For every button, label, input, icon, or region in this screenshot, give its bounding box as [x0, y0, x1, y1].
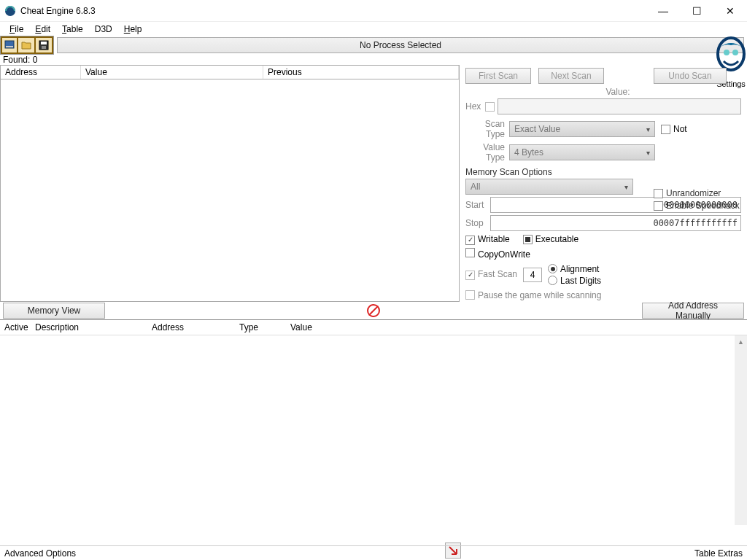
memory-view-button[interactable]: Memory View [3, 303, 105, 319]
cheat-table: Active Description Address Type Value ▲ [0, 319, 747, 531]
scan-type-label: Scan Type [465, 119, 509, 139]
menu-table[interactable]: Table [57, 23, 88, 35]
scan-panel: First Scan Next Scan Value: Hex Scan Typ… [460, 65, 747, 302]
open-process-button[interactable] [1, 36, 18, 54]
col-address[interactable]: Address [1, 66, 81, 79]
col-value[interactable]: Value [81, 66, 263, 79]
fast-scan-value[interactable]: 4 [523, 268, 542, 282]
menu-help[interactable]: Help [119, 23, 147, 35]
scan-type-select[interactable]: Exact Value [509, 121, 655, 137]
toolbar-row: No Process Selected Settings [0, 36, 747, 55]
unrandomizer-checkbox[interactable] [654, 189, 663, 198]
maximize-button[interactable]: ☐ [680, 0, 713, 22]
alignment-radio[interactable]: Alignment [548, 264, 601, 274]
minimize-button[interactable]: — [646, 0, 680, 22]
mid-toolbar: Memory View Add Address Manually [0, 302, 747, 319]
speedhack-checkbox[interactable] [654, 201, 663, 211]
menu-edit[interactable]: Edit [30, 23, 55, 35]
results-list: Address Value Previous [0, 65, 460, 302]
next-scan-button[interactable]: Next Scan [538, 68, 604, 84]
col-type[interactable]: Type [235, 320, 286, 335]
col-address2[interactable]: Address [147, 320, 235, 335]
statusbar: Advanced Options Table Extras [0, 545, 747, 560]
last-digits-radio[interactable]: Last Digits [548, 276, 601, 286]
cheat-table-header[interactable]: Active Description Address Type Value [0, 320, 747, 335]
value-type-label: Value Type [465, 142, 509, 163]
start-label: Start [465, 200, 490, 210]
svg-rect-2 [6, 46, 13, 47]
pause-checkbox[interactable] [465, 290, 475, 300]
advanced-options-button[interactable]: Advanced Options [4, 548, 76, 559]
results-header[interactable]: Address Value Previous [0, 65, 460, 79]
table-extras-button[interactable]: Table Extras [694, 548, 743, 559]
svg-rect-4 [41, 42, 47, 44]
svg-point-8 [732, 50, 738, 55]
menu-d3d[interactable]: D3D [90, 23, 117, 35]
hex-label: Hex [465, 101, 481, 112]
app-icon [4, 5, 16, 17]
menu-file[interactable]: File [4, 23, 28, 35]
fast-scan-option[interactable]: Fast Scan [465, 269, 517, 280]
open-file-button[interactable] [18, 36, 36, 54]
col-previous[interactable]: Previous [263, 66, 459, 79]
found-count: Found: 0 [0, 55, 747, 65]
process-status-bar[interactable]: No Process Selected [57, 37, 744, 53]
stop-label: Stop [465, 218, 490, 228]
no-entry-icon[interactable] [367, 304, 380, 317]
save-button[interactable] [36, 36, 53, 54]
hex-checkbox[interactable] [485, 102, 495, 112]
value-type-select[interactable]: 4 Bytes [509, 144, 655, 160]
results-body[interactable] [0, 79, 460, 302]
window-title: Cheat Engine 6.8.3 [20, 6, 646, 16]
stop-address-input[interactable]: 00007fffffffffff [490, 215, 741, 231]
scroll-up-icon[interactable]: ▲ [735, 335, 747, 348]
pause-label: Pause the game while scanning [478, 290, 601, 300]
toolbar [0, 36, 54, 55]
col-active[interactable]: Active [0, 320, 31, 335]
menubar: File Edit Table D3D Help [0, 22, 747, 36]
undo-scan-button[interactable]: Undo Scan [654, 68, 727, 84]
add-address-manually-button[interactable]: Add Address Manually [642, 303, 744, 319]
first-scan-button[interactable]: First Scan [465, 68, 531, 84]
col-description[interactable]: Description [31, 320, 147, 335]
region-select[interactable]: All [465, 179, 633, 195]
executable-option[interactable]: Executable [523, 234, 578, 245]
col-value2[interactable]: Value [286, 320, 747, 335]
titlebar: Cheat Engine 6.8.3 — ☐ ✕ [0, 0, 747, 22]
cheat-table-body[interactable]: ▲ [0, 335, 747, 525]
table-scrollbar[interactable]: ▲ [735, 335, 747, 525]
close-button[interactable]: ✕ [713, 0, 747, 22]
svg-point-7 [724, 50, 729, 55]
svg-rect-5 [42, 46, 46, 49]
copyonwrite-option[interactable]: CopyOnWrite [465, 248, 530, 260]
writable-option[interactable]: Writable [465, 234, 510, 245]
